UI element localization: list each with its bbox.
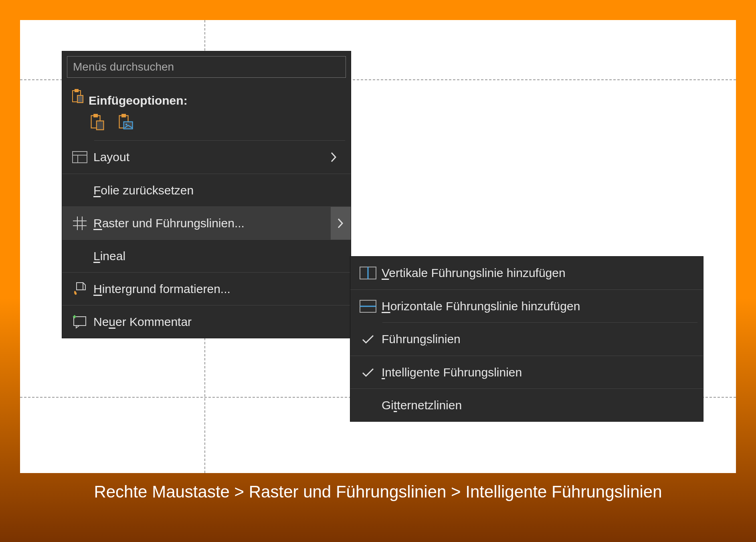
check-icon (358, 367, 378, 378)
horizontal-guide-icon (358, 300, 378, 313)
svg-rect-17 (74, 317, 86, 326)
grid-guides-submenu: Vertikale Führungslinie hinzufügen Horiz… (350, 257, 703, 421)
menu-label: Raster und Führungslinien... (90, 216, 331, 230)
paste-picture-button[interactable] (117, 114, 134, 131)
chevron-right-icon (331, 152, 344, 162)
menu-label: Folie zurücksetzen (90, 184, 344, 197)
submenu-expand-button[interactable] (331, 207, 351, 240)
menu-label: Lineal (90, 249, 344, 263)
menu-label: Gitternetzlinien (378, 398, 696, 412)
menu-label: Vertikale Führungslinie hinzufügen (378, 266, 696, 280)
menu-label: Intelligente Führungslinien (378, 366, 696, 379)
menu-item-format-background[interactable]: Hintergrund formatieren... (62, 272, 351, 305)
check-icon (358, 334, 378, 344)
menu-label: Horizontale Führungslinie hinzufügen (378, 299, 696, 313)
paste-options-row: Einfügeoptionen: (62, 83, 351, 140)
outer-frame: Menüs durchsuchen Einfügeoptionen: (0, 0, 756, 542)
submenu-gridlines-toggle[interactable]: Gitternetzlinien (350, 388, 703, 421)
svg-rect-4 (93, 114, 98, 117)
svg-rect-1 (75, 89, 79, 92)
svg-rect-5 (97, 121, 104, 130)
menu-item-reset-slide[interactable]: Folie zurücksetzen (62, 174, 351, 206)
paste-options-label: Einfügeoptionen: (85, 88, 351, 111)
menu-label: Führungslinien (378, 332, 696, 346)
svg-rect-10 (73, 152, 87, 163)
submenu-add-horizontal-guide[interactable]: Horizontale Führungslinie hinzufügen (350, 289, 703, 322)
clipboard-icon (69, 88, 85, 104)
comment-icon (69, 315, 90, 329)
submenu-guides-toggle[interactable]: Führungslinien (350, 323, 703, 356)
format-background-icon (69, 282, 90, 296)
svg-rect-2 (77, 95, 83, 103)
menu-item-ruler[interactable]: Lineal (62, 239, 351, 272)
menu-item-layout[interactable]: Layout (62, 141, 351, 174)
paste-keep-formatting-button[interactable] (89, 114, 106, 131)
grid-icon (69, 216, 90, 230)
t: olie zurücksetzen (101, 184, 194, 197)
menu-item-grid-guides[interactable]: Raster und Führungslinien... (62, 206, 351, 239)
menu-label: Neuer Kommentar (90, 315, 344, 329)
submenu-smart-guides-toggle[interactable]: Intelligente Führungslinien (350, 356, 703, 388)
context-menu: Menüs durchsuchen Einfügeoptionen: (62, 51, 351, 338)
layout-icon (69, 151, 90, 163)
submenu-add-vertical-guide[interactable]: Vertikale Führungslinie hinzufügen (350, 257, 703, 289)
menu-item-new-comment[interactable]: Neuer Kommentar (62, 305, 351, 338)
menu-label: Hintergrund formatieren... (90, 282, 344, 296)
menu-search-input[interactable]: Menüs durchsuchen (67, 56, 346, 78)
vertical-guide-icon (358, 267, 378, 279)
svg-point-9 (125, 123, 127, 125)
instruction-caption: Rechte Maustaste > Raster und Führungsli… (0, 481, 756, 503)
svg-rect-7 (121, 114, 126, 117)
menu-label: Layout (90, 150, 331, 164)
